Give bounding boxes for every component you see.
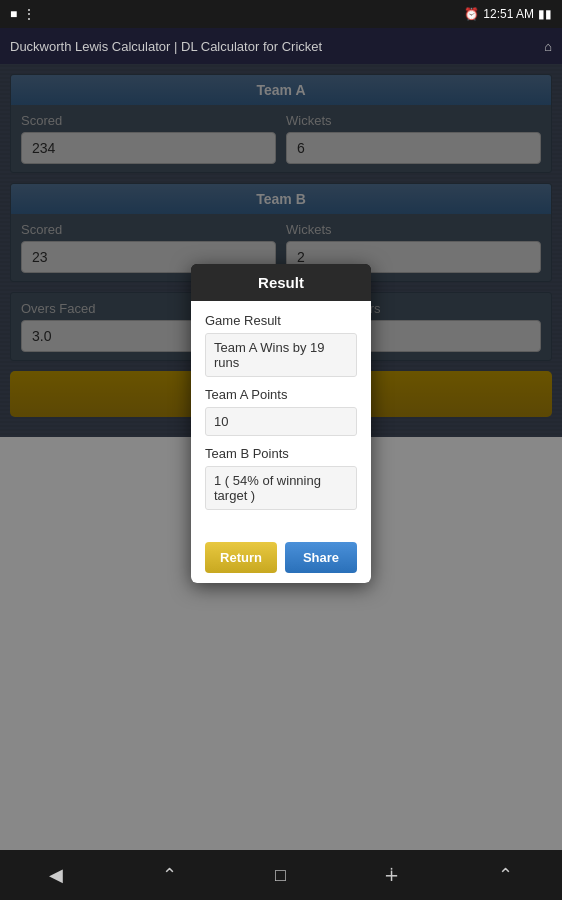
main-content: Team A Scored Wickets Team B Scored Wick… bbox=[0, 64, 562, 437]
modal-overlay: Result Game Result Team A Wins by 19 run… bbox=[0, 64, 562, 437]
alarm-icon: ⏰ bbox=[464, 7, 479, 21]
return-button[interactable]: Return bbox=[205, 542, 277, 573]
recents-nav-icon[interactable]: □ bbox=[275, 865, 286, 886]
modal-body: Game Result Team A Wins by 19 runs Team … bbox=[191, 301, 371, 532]
team-b-points-label: Team B Points bbox=[205, 446, 357, 461]
title-bar: Duckworth Lewis Calculator | DL Calculat… bbox=[0, 28, 562, 64]
time-display: 12:51 AM bbox=[483, 7, 534, 21]
team-b-points-value: 1 ( 54% of winning target ) bbox=[205, 466, 357, 510]
status-bar-left: ■ ⋮ bbox=[10, 7, 35, 21]
result-modal: Result Game Result Team A Wins by 19 run… bbox=[191, 264, 371, 583]
game-result-label: Game Result bbox=[205, 313, 357, 328]
home-icon: ⌂ bbox=[544, 39, 552, 54]
share-button[interactable]: Share bbox=[285, 542, 357, 573]
up-nav-icon[interactable]: ⌃ bbox=[498, 864, 513, 886]
modal-title: Result bbox=[191, 264, 371, 301]
nav-bar: ◀ ⌃ □ ∔ ⌃ bbox=[0, 850, 562, 900]
back-nav-icon[interactable]: ◀ bbox=[49, 864, 63, 886]
home-nav-icon[interactable]: ⌃ bbox=[162, 864, 177, 886]
app-icon: ■ bbox=[10, 7, 17, 21]
game-result-value: Team A Wins by 19 runs bbox=[205, 333, 357, 377]
status-bar: ■ ⋮ ⏰ 12:51 AM ▮▮ bbox=[0, 0, 562, 28]
signal-icon: ▮▮ bbox=[538, 7, 552, 21]
menu-dots-icon: ⋮ bbox=[23, 7, 35, 21]
modal-buttons: Return Share bbox=[191, 532, 371, 583]
status-bar-right: ⏰ 12:51 AM ▮▮ bbox=[464, 7, 552, 21]
team-a-points-value: 10 bbox=[205, 407, 357, 436]
app-title: Duckworth Lewis Calculator | DL Calculat… bbox=[10, 39, 322, 54]
menu-nav-icon[interactable]: ∔ bbox=[384, 864, 399, 886]
team-a-points-label: Team A Points bbox=[205, 387, 357, 402]
